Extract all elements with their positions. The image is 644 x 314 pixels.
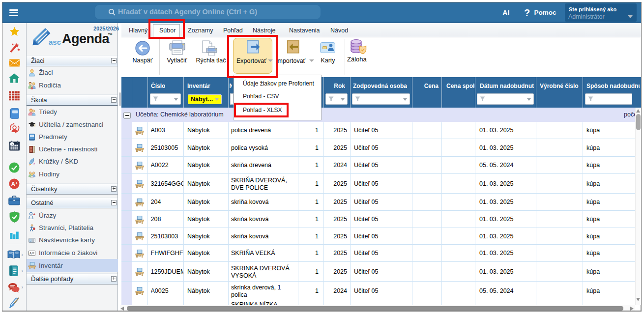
svg-text:A: A (29, 252, 32, 255)
svg-text:+: + (15, 181, 18, 186)
